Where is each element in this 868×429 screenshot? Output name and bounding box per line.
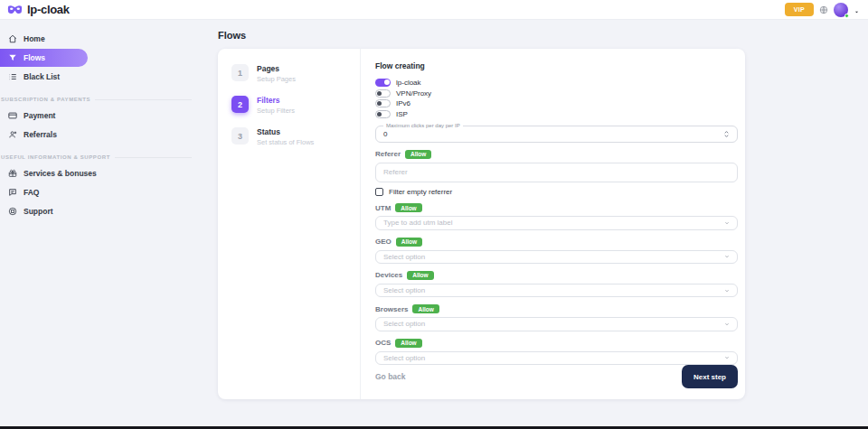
sidebar-item-home[interactable]: Home (0, 30, 192, 48)
online-status-dot (844, 14, 849, 18)
ocs-select[interactable]: Select option (375, 351, 738, 365)
toggle-row-isp: ISP (375, 109, 738, 119)
max-clicks-input[interactable] (383, 130, 720, 138)
checkbox-label: Filter empty referrer (389, 188, 452, 196)
devices-select[interactable]: Select option (375, 284, 738, 297)
ocs-label-row: OCS Allow (375, 339, 738, 348)
geo-label-row: GEO Allow (375, 238, 738, 247)
top-header: lp-cloak VIP (0, 0, 868, 20)
step-filters[interactable]: 2 Filters Setup Filters (231, 96, 360, 115)
lp-cloak-toggle[interactable] (375, 79, 391, 87)
next-step-button[interactable]: Next step (682, 365, 738, 388)
mask-logo-icon (7, 5, 23, 15)
sidebar-item-label: Services & bonuses (24, 169, 97, 178)
step-subtitle: Setup Filters (257, 107, 295, 115)
step-title: Filters (257, 96, 295, 105)
sidebar-item-label: Black List (24, 72, 60, 81)
geo-allow-badge[interactable]: Allow (396, 238, 422, 247)
page-title: Flows (218, 30, 868, 41)
language-globe-icon[interactable] (819, 5, 828, 14)
sidebar-item-black-list[interactable]: Black List (0, 68, 192, 86)
referer-label: Referer (375, 150, 401, 158)
toggle-label: ISP (396, 110, 408, 118)
vpn-proxy-toggle[interactable] (375, 89, 391, 98)
sidebar-item-label: Flows (24, 53, 45, 62)
browsers-label: Browsers (375, 305, 408, 313)
sidebar-item-label: Support (24, 207, 53, 216)
sidebar-item-flows[interactable]: Flows (0, 49, 88, 67)
chevron-down-icon (724, 288, 730, 294)
filter-empty-referrer-checkbox[interactable] (375, 188, 383, 196)
referer-label-row: Referer Allow (375, 150, 738, 159)
sidebar-item-referrals[interactable]: Referrals (0, 126, 192, 144)
utm-allow-badge[interactable]: Allow (395, 203, 421, 212)
devices-label-row: Devices Allow (375, 271, 738, 280)
chevron-down-icon (724, 322, 730, 327)
support-lifering-icon (8, 207, 17, 216)
form-title: Flow creating (375, 61, 738, 70)
ocs-label: OCS (375, 339, 391, 347)
home-icon (8, 34, 17, 43)
main-content: Flows 1 Pages Setup Pages 2 Filters Setu… (192, 20, 868, 426)
browsers-label-row: Browsers Allow (375, 304, 738, 313)
ipv6-toggle[interactable] (375, 99, 391, 107)
step-number: 3 (231, 127, 249, 145)
browsers-allow-badge[interactable]: Allow (412, 304, 439, 313)
sidebar-item-support[interactable]: Support (0, 202, 192, 220)
select-placeholder: Select option (383, 253, 425, 261)
gift-icon (8, 169, 17, 178)
flow-creating-card: 1 Pages Setup Pages 2 Filters Setup Filt… (218, 49, 745, 399)
step-subtitle: Setup Pages (257, 75, 296, 83)
ocs-allow-badge[interactable]: Allow (395, 339, 421, 348)
toggle-row-lp-cloak: lp-cloak (375, 78, 738, 88)
geo-label: GEO (375, 238, 392, 246)
vip-button[interactable]: VIP (785, 3, 814, 16)
avatar-caret-icon[interactable] (854, 10, 859, 14)
max-clicks-label: Maximum clicks per day per IP (383, 123, 463, 128)
sidebar-item-label: FAQ (24, 188, 39, 197)
toggle-row-vpn-proxy: VPN/Proxy (375, 89, 738, 98)
devices-allow-badge[interactable]: Allow (407, 271, 433, 280)
utm-label: UTM (375, 204, 391, 212)
user-avatar[interactable] (834, 3, 848, 17)
step-status[interactable]: 3 Status Set status of Flows (231, 127, 360, 146)
chevron-down-icon (724, 355, 730, 360)
select-placeholder: Select option (383, 286, 425, 294)
faq-chat-icon (8, 188, 17, 197)
select-placeholder: Select option (383, 354, 425, 362)
blacklist-icon (8, 72, 17, 81)
sidebar-item-faq[interactable]: FAQ (0, 183, 192, 201)
max-clicks-field: Maximum clicks per day per IP (375, 126, 738, 143)
referer-allow-badge[interactable]: Allow (405, 150, 431, 159)
chevron-down-icon (724, 254, 730, 259)
select-placeholder: Select option (383, 320, 425, 328)
sidebar-item-payment[interactable]: Payment (0, 107, 192, 125)
browsers-select[interactable]: Select option (375, 317, 738, 331)
number-stepper-icon[interactable] (723, 130, 730, 138)
logo-text: lp-cloak (27, 3, 70, 16)
step-number: 2 (231, 96, 249, 113)
step-title: Pages (257, 64, 296, 73)
filters-form: Flow creating lp-cloak VPN/Proxy IPv6 IS… (361, 49, 745, 399)
logo[interactable]: lp-cloak (7, 3, 70, 16)
utm-combobox[interactable] (375, 216, 738, 229)
toggle-label: VPN/Proxy (396, 89, 431, 98)
steps-panel: 1 Pages Setup Pages 2 Filters Setup Filt… (218, 49, 361, 399)
flows-icon (8, 53, 17, 62)
filter-empty-referrer-row[interactable]: Filter empty referrer (375, 188, 738, 196)
isp-toggle[interactable] (375, 110, 391, 118)
step-title: Status (257, 127, 314, 136)
sidebar-section-subscription: SUBSCRIPTION & PAYMENTS (0, 97, 192, 102)
geo-select[interactable]: Select option (375, 250, 738, 264)
step-pages[interactable]: 1 Pages Setup Pages (231, 64, 360, 83)
sidebar-item-label: Payment (24, 111, 55, 120)
referrals-icon (8, 130, 17, 139)
utm-input[interactable] (383, 219, 721, 227)
toggle-row-ipv6: IPv6 (375, 98, 738, 108)
referer-input[interactable] (383, 168, 730, 176)
utm-label-row: UTM Allow (375, 203, 738, 212)
sidebar-item-services-bonuses[interactable]: Services & bonuses (0, 164, 192, 182)
go-back-button[interactable]: Go back (375, 372, 406, 381)
sidebar-section-useful-info: USEFUL INFORMATION & SUPPORT (0, 154, 192, 160)
payment-card-icon (8, 111, 17, 120)
